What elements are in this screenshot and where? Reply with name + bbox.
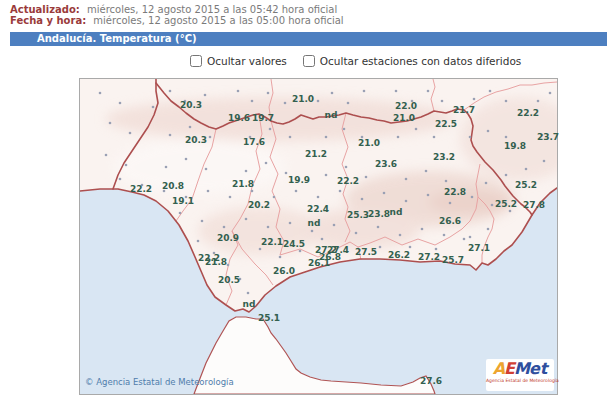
station-dot [265,162,268,165]
station-dot [543,160,546,163]
station-dot [213,252,216,255]
station-dot [259,248,262,251]
station-dot [383,192,386,195]
aemet-logo-subtitle: Agencia Estatal de Meteorología [486,378,554,384]
station-dot [427,90,430,93]
station-dot [185,196,188,199]
station-dot [361,136,364,139]
station-dot [345,166,348,169]
station-dot [129,132,132,135]
station-dot [189,126,192,129]
station-dot [525,168,528,171]
aemet-observation-page: Actualizado: miércoles, 12 agosto 2015 a… [0,0,616,400]
station-dot [321,238,324,241]
station-dot [245,218,248,221]
datetime-value: miércoles, 12 agosto 2015 a las 05:00 ho… [93,15,343,26]
station-dot [289,136,292,139]
station-dot [549,92,552,95]
station-dot [105,154,108,157]
station-dot [239,278,242,281]
station-dot [279,256,282,259]
station-dot [285,172,288,175]
station-dot [409,246,412,249]
station-dot [109,122,112,125]
station-dot [343,128,346,131]
station-dot [489,90,492,93]
station-dot [365,176,368,179]
station-dot [317,196,320,199]
updated-label: Actualizado: [10,4,80,15]
station-dot [509,210,512,213]
datetime-line: Fecha y hora: miércoles, 12 agosto 2015 … [10,15,344,26]
station-dot [295,190,298,193]
station-dot [209,136,212,139]
station-dot [119,102,122,105]
station-dot [395,90,398,93]
station-dot [251,190,254,193]
station-dot [325,136,328,139]
station-dot [245,170,248,173]
station-dot [485,182,488,185]
station-dot [339,190,342,193]
hide-stations-control[interactable]: Ocultar estaciones con datos diferidos [303,55,522,67]
updated-line: Actualizado: miércoles, 12 agosto 2015 a… [10,4,337,15]
station-dot [207,190,210,193]
station-dot [223,226,226,229]
station-dot [269,128,272,131]
logo-letter-e: E [504,359,514,378]
page-title: Andalucía. Temperatura (°C) [10,32,607,46]
station-dot [377,226,380,229]
station-dot [267,226,270,229]
logo-letters-et: et [529,359,548,378]
station-dot [273,196,276,199]
station-dot [311,230,314,233]
station-dot [347,102,350,105]
station-dot [443,234,446,237]
station-dot [184,100,187,103]
station-dot [284,102,287,105]
station-dot [299,250,302,253]
station-dot [379,246,382,249]
station-dot [473,98,476,101]
station-dot [317,100,320,103]
station-dot [185,158,188,161]
station-dot [152,106,155,109]
aemet-logo-word: AEMet [486,360,554,378]
hide-values-label: Ocultar valores [207,55,287,67]
station-dot [163,190,166,193]
station-dot [469,236,472,239]
station-dot [427,194,430,197]
station-dot [165,166,168,169]
station-dot [449,202,452,205]
station-dot [463,238,466,241]
station-dot [361,198,364,201]
station-dot [405,178,408,181]
station-dot [491,204,494,207]
updated-value: miércoles, 12 agosto 2015 a las 05:42 ho… [87,4,337,15]
logo-letter-m: M [514,359,529,378]
station-dot [505,174,508,177]
station-dot [433,136,436,139]
station-dot [119,178,122,181]
station-dot [399,234,402,237]
station-dot [169,90,172,93]
station-dot [289,222,292,225]
station-dot [99,92,102,95]
station-dot [415,128,418,131]
station-dot [201,220,204,223]
station-dot [237,90,240,93]
temperature-map: 20.319.619.721.0nd20.317.622.021.021.722… [79,78,558,395]
station-dot [197,240,200,243]
station-dot [471,196,474,199]
hide-stations-checkbox[interactable] [303,55,315,67]
station-dot [505,136,508,139]
station-dot [331,92,334,95]
station-dot [267,92,270,95]
station-dot [441,100,444,103]
station-dot [325,174,328,177]
station-dot [363,90,366,93]
hide-values-checkbox[interactable] [190,55,202,67]
hide-values-control[interactable]: Ocultar valores [190,55,287,67]
station-dot [251,100,254,103]
station-dot [247,292,250,295]
